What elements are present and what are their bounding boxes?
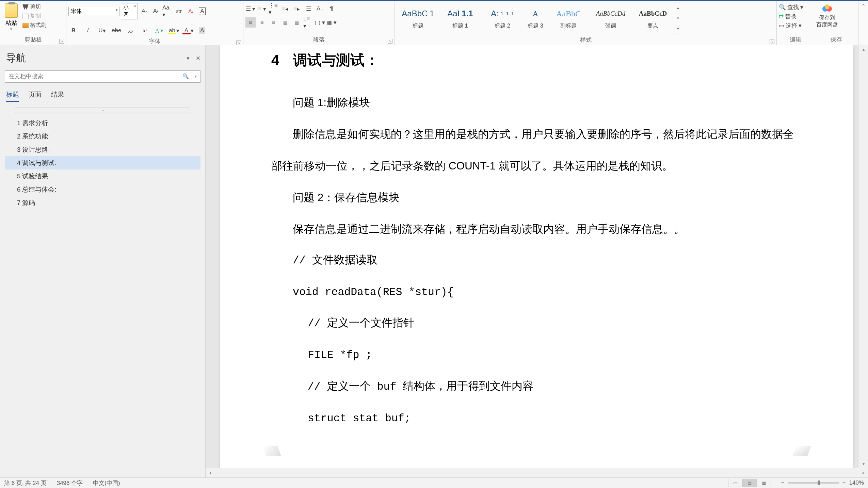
select-button[interactable]: ▭选择 ▾ <box>779 22 803 30</box>
increase-indent-button[interactable]: ≡▸ <box>292 4 302 14</box>
status-bar: 第 6 页, 共 24 页 3496 个字 中文(中国) ▭ ▤ ▦ − + 1… <box>0 477 868 488</box>
group-label-clipboard: 剪贴板↘ <box>0 35 66 45</box>
zoom-level[interactable]: 140% <box>849 479 864 486</box>
tree-item-2[interactable]: 2 系统功能: <box>5 130 200 143</box>
tree-item-4[interactable]: 4 调试与测试: <box>5 156 200 169</box>
subscript-button[interactable]: x₂ <box>126 26 136 36</box>
borders-button[interactable]: ▦ ▾ <box>326 17 337 28</box>
align-left-button[interactable]: ≡ <box>245 17 256 28</box>
clipboard-launcher[interactable]: ↘ <box>59 39 64 44</box>
zoom-out-button[interactable]: − <box>781 479 785 486</box>
phonetic-guide-button[interactable]: str <box>174 6 184 16</box>
search-icon[interactable]: 🔍 <box>182 73 189 79</box>
text-effects-button[interactable]: A ▾ <box>154 26 164 36</box>
grow-font-button[interactable]: A▴ <box>139 6 149 16</box>
bold-button[interactable]: B <box>68 26 79 36</box>
style-strong[interactable]: AaBbCcD要点 <box>632 2 674 34</box>
view-web-button[interactable]: ▦ <box>757 479 771 487</box>
painter-label: 格式刷 <box>30 22 46 29</box>
clear-format-button[interactable]: Aᵢ <box>186 6 196 16</box>
bullets-button[interactable]: ☰ ▾ <box>245 4 256 14</box>
font-launcher[interactable]: ↘ <box>236 40 241 45</box>
format-painter-button[interactable]: 格式刷 <box>22 22 46 29</box>
word-count[interactable]: 3496 个字 <box>57 479 83 487</box>
tree-item-6[interactable]: 6 总结与体会: <box>5 183 200 196</box>
navigation-pane: 导航 ▾ ✕ 🔍 ▾ 标题 页面 结果 ⌄ 1 需求分析: 2 系统功能: 3 … <box>0 45 206 477</box>
page[interactable]: 4 调试与测试： 问题 1:删除模块 删除信息是如何实现的？这里用的是栈的方式，… <box>220 45 853 468</box>
align-right-button[interactable]: ≡ <box>269 17 279 28</box>
nav-tab-pages[interactable]: 页面 <box>29 90 42 102</box>
tree-item-7[interactable]: 7 源码 <box>5 196 200 209</box>
font-color-button[interactable]: A▾ <box>183 26 193 36</box>
style-h3[interactable]: A标题 3 <box>524 2 547 34</box>
page-status[interactable]: 第 6 页, 共 24 页 <box>4 479 47 487</box>
cloud-icon <box>821 3 833 13</box>
line-spacing-button[interactable]: ‡≡ ▾ <box>303 17 314 28</box>
shrink-font-button[interactable]: A▾ <box>151 6 161 16</box>
nav-collapse-bar[interactable]: ⌄ <box>15 108 190 113</box>
change-case-button[interactable]: Aa ▾ <box>162 6 173 16</box>
style-title[interactable]: AaBbC 1标题 <box>397 2 439 34</box>
multilevel-button[interactable]: ⋮≡ ▾ <box>269 4 279 14</box>
distribute-button[interactable]: ≣ <box>292 17 302 28</box>
shading-button[interactable]: ▢ ▾ <box>315 17 325 28</box>
nav-search-input[interactable] <box>5 70 200 83</box>
collapse-ribbon-button[interactable]: ⌃ <box>858 1 868 45</box>
highlight-button[interactable]: ab▾ <box>168 26 179 36</box>
decrease-indent-button[interactable]: ≡◂ <box>280 4 290 14</box>
nav-tab-results[interactable]: 结果 <box>51 90 64 102</box>
replace-button[interactable]: ⇄替换 <box>779 13 803 20</box>
style-emphasis[interactable]: AaBbCcDd强调 <box>590 2 632 34</box>
style-gallery-more[interactable]: ▴▾▾ <box>674 2 682 34</box>
underline-button[interactable]: U ▾ <box>97 26 107 36</box>
style-gallery[interactable]: AaBbC 1标题 AaI 1.1标题 1 A: 1. 1. 1标题 2 A标题… <box>397 2 682 34</box>
font-name-combo[interactable]: 宋体 <box>68 7 119 16</box>
font-size-combo[interactable]: 小四 <box>121 3 138 19</box>
tree-item-1[interactable]: 1 需求分析: <box>5 116 200 130</box>
numbering-button[interactable]: ≡ ▾ <box>257 4 267 14</box>
nav-tab-headings[interactable]: 标题 <box>6 90 19 102</box>
nav-close-button[interactable]: ✕ <box>196 55 200 62</box>
code-6: struct stat buf; <box>271 403 802 435</box>
horizontal-scrollbar[interactable]: ◂▸ <box>206 468 868 477</box>
zoom-in-button[interactable]: + <box>842 479 846 486</box>
cloud-save-button[interactable]: 保存到 百度网盘 <box>816 2 838 29</box>
vertical-scrollbar[interactable]: ▴▾ <box>859 45 868 468</box>
group-label-cloud: 保存 <box>814 35 858 45</box>
justify-button[interactable]: ≣ <box>280 17 290 28</box>
show-marks-button[interactable]: ¶ <box>326 4 337 14</box>
style-h1[interactable]: AaI 1.1标题 1 <box>439 2 481 34</box>
brush-icon <box>22 23 29 28</box>
char-border-button[interactable]: A <box>197 6 207 16</box>
view-print-button[interactable]: ▤ <box>742 479 757 487</box>
find-button[interactable]: 🔍查找 ▾ <box>779 3 803 11</box>
copy-icon <box>22 14 29 19</box>
nav-tree: 1 需求分析: 2 系统功能: 3 设计思路: 4 调试与测试: 5 试验结果:… <box>0 116 205 209</box>
zoom-slider[interactable] <box>788 482 839 484</box>
style-h2[interactable]: A: 1. 1. 1标题 2 <box>481 2 524 34</box>
char-shading-button[interactable]: A <box>197 26 207 36</box>
search-options-button[interactable]: ▾ <box>192 72 199 81</box>
ltr-button[interactable]: ☰ <box>303 4 314 14</box>
paste-icon <box>5 3 18 18</box>
tree-item-3[interactable]: 3 设计思路: <box>5 143 200 156</box>
group-paragraph: ☰ ▾ ≡ ▾ ⋮≡ ▾ ≡◂ ≡▸ ☰ A↓ ¶ ≡ ≡ ≡ ≣ ≣ ‡≡ ▾… <box>243 1 395 45</box>
select-icon: ▭ <box>779 22 784 29</box>
sort-button[interactable]: A↓ <box>315 4 325 14</box>
copy-button[interactable]: 复制 <box>22 13 46 20</box>
cut-button[interactable]: 剪切 <box>22 3 46 11</box>
view-read-button[interactable]: ▭ <box>728 479 742 487</box>
tree-item-5[interactable]: 5 试验结果: <box>5 169 200 183</box>
code-3: // 定义一个文件指针 <box>271 308 802 340</box>
replace-icon: ⇄ <box>779 13 784 20</box>
italic-button[interactable]: I <box>83 26 93 36</box>
styles-launcher[interactable]: ↘ <box>770 39 774 44</box>
align-center-button[interactable]: ≡ <box>257 17 267 28</box>
language-status[interactable]: 中文(中国) <box>93 479 120 487</box>
superscript-button[interactable]: x² <box>140 26 150 36</box>
nav-menu-button[interactable]: ▾ <box>187 55 190 62</box>
paste-button[interactable]: 粘贴 ▾ <box>2 2 20 33</box>
paragraph-launcher[interactable]: ↘ <box>388 39 392 44</box>
style-subtitle[interactable]: AaBbC副标题 <box>547 2 590 34</box>
strike-button[interactable]: abc <box>111 26 122 36</box>
